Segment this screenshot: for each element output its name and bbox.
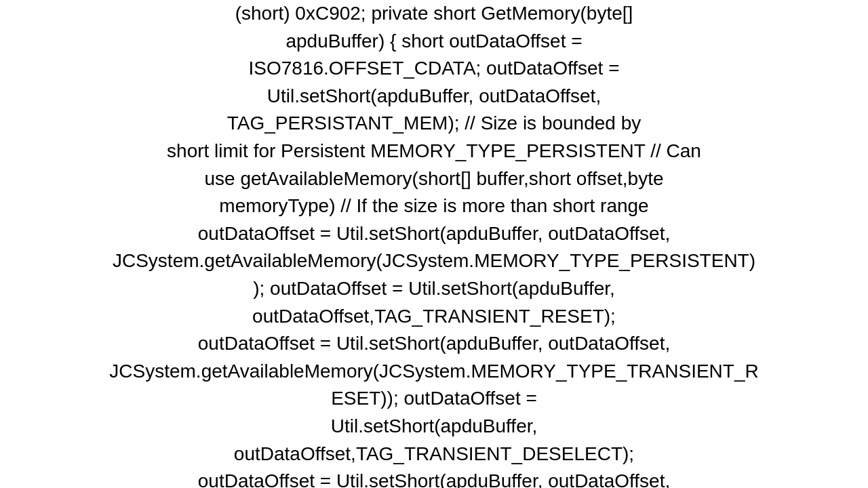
code-line-6: short limit for Persistent MEMORY_TYPE_P… [7,138,861,165]
code-line-2: apduBuffer) { short outDataOffset = [7,28,861,56]
code-line-13: outDataOffset = Util.setShort(apduBuffer… [7,330,861,358]
code-line-5: TAG_PERSISTANT_MEM); // Size is bounded … [7,110,861,138]
code-line-3: ISO7816.OFFSET_CDATA; outDataOffset = [7,55,861,83]
code-line-15: ESET)); outDataOffset = [7,385,861,413]
code-line-1: (short) 0xC902; private short GetMemory(… [7,0,861,28]
code-line-17: outDataOffset,TAG_TRANSIENT_DESELECT); [7,441,861,468]
code-line-7: use getAvailableMemory(short[] buffer,sh… [7,165,861,193]
code-line-16: Util.setShort(apduBuffer, [7,413,861,441]
code-line-4: Util.setShort(apduBuffer, outDataOffset, [7,83,861,110]
code-line-8: memoryType) // If the size is more than … [7,192,861,220]
code-line-18: outDataOffset = Util.setShort(apduBuffer… [7,468,861,488]
code-line-14: JCSystem.getAvailableMemory(JCSystem.MEM… [7,358,861,386]
code-line-10: JCSystem.getAvailableMemory(JCSystem.MEM… [7,247,861,275]
code-display: (short) 0xC902; private short GetMemory(… [7,0,861,488]
code-line-9: outDataOffset = Util.setShort(apduBuffer… [7,220,861,248]
code-line-11: ); outDataOffset = Util.setShort(apduBuf… [7,275,861,303]
code-line-12: outDataOffset,TAG_TRANSIENT_RESET); [7,303,861,331]
code-container: (short) 0xC902; private short GetMemory(… [0,0,868,488]
